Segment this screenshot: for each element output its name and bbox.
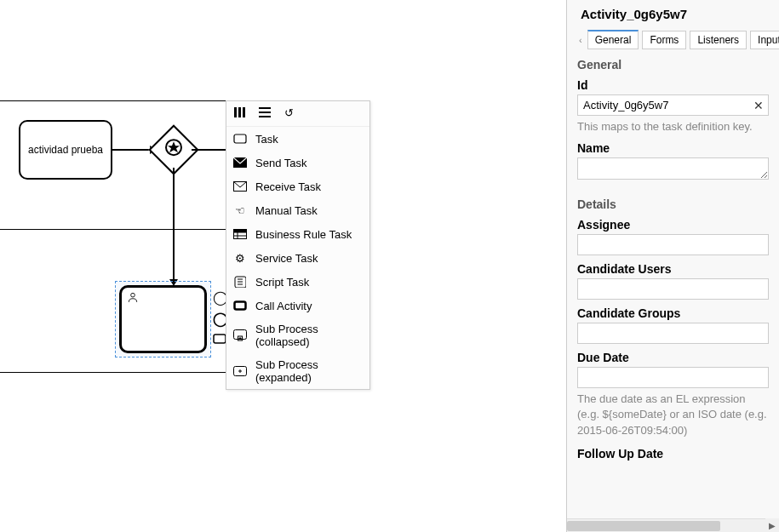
- subprocess-expanded-icon: [233, 364, 247, 378]
- panel-title: Activity_0g6y5w7: [577, 7, 769, 21]
- label-follow-up: Follow Up Date: [577, 447, 769, 460]
- menu-item-script-task[interactable]: Script Task: [226, 270, 369, 294]
- menu-item-receive-task[interactable]: Receive Task: [226, 174, 369, 198]
- svg-rect-18: [235, 302, 246, 310]
- hand-icon: ☜: [233, 203, 247, 217]
- menu-item-service-task[interactable]: ⚙ Service Task: [226, 246, 369, 270]
- section-details: Details: [577, 197, 769, 211]
- task-type-menu: ↺ Task Send Task Receive Task ☜ Manual T…: [226, 100, 370, 390]
- svg-point-2: [131, 293, 135, 297]
- menu-label: Service Task: [255, 252, 318, 265]
- label-name: Name: [577, 141, 769, 155]
- task-label: actividad prueba: [28, 144, 103, 156]
- clear-id-icon[interactable]: ✕: [753, 99, 764, 112]
- svg-rect-8: [259, 112, 271, 113]
- svg-rect-6: [243, 107, 245, 117]
- task-actividad-prueba[interactable]: actividad prueba: [19, 120, 112, 180]
- sequence-flow[interactable]: [112, 149, 152, 151]
- input-candidate-groups[interactable]: [577, 323, 769, 344]
- hint-id: This maps to the task definition key.: [577, 119, 769, 134]
- table-icon: [233, 227, 247, 241]
- menu-label: Manual Task: [255, 204, 318, 217]
- input-due-date[interactable]: [577, 367, 769, 388]
- menu-item-call-activity[interactable]: Call Activity: [226, 294, 369, 317]
- user-task-selected[interactable]: [119, 285, 207, 353]
- label-assignee: Assignee: [577, 218, 769, 232]
- menu-label: Send Task: [255, 157, 306, 169]
- lane-border: [0, 372, 226, 373]
- subprocess-collapsed-icon: [233, 329, 247, 342]
- lane-border: [0, 229, 226, 230]
- menu-label: Task: [255, 133, 278, 146]
- scrollbar-arrow-right-icon[interactable]: ▶: [765, 518, 779, 532]
- loop-icon[interactable]: ↺: [284, 106, 294, 121]
- input-id[interactable]: [577, 94, 769, 116]
- lane-border: [0, 100, 226, 101]
- tab-forms[interactable]: Forms: [642, 31, 686, 49]
- tabs-row: ‹ General Forms Listeners Input/O ›: [577, 30, 769, 49]
- properties-panel[interactable]: Activity_0g6y5w7 ‹ General Forms Listene…: [566, 0, 779, 532]
- svg-rect-4: [234, 107, 237, 117]
- svg-rect-9: [259, 116, 271, 117]
- label-id: Id: [577, 78, 769, 92]
- section-general: General: [577, 58, 769, 72]
- columns-icon[interactable]: [233, 106, 245, 121]
- tab-prev[interactable]: ‹: [577, 35, 584, 45]
- label-candidate-groups: Candidate Groups: [577, 306, 769, 320]
- tab-input-output[interactable]: Input/O: [750, 31, 779, 49]
- menu-item-business-rule-task[interactable]: Business Rule Task: [226, 222, 369, 246]
- sequence-flow[interactable]: [192, 149, 226, 151]
- tab-listeners[interactable]: Listeners: [690, 31, 747, 49]
- menu-label: Receive Task: [255, 180, 321, 193]
- script-icon: [233, 275, 247, 289]
- menu-item-task[interactable]: Task: [226, 127, 369, 151]
- menu-item-manual-task[interactable]: ☜ Manual Task: [226, 198, 369, 222]
- menu-label: Sub Process (expanded): [255, 358, 363, 384]
- user-icon: [127, 291, 139, 306]
- menu-label: Script Task: [255, 276, 309, 289]
- input-assignee[interactable]: [577, 234, 769, 255]
- label-candidate-users: Candidate Users: [577, 262, 769, 276]
- bpmn-canvas[interactable]: actividad prueba ◯: [0, 0, 566, 532]
- input-candidate-users[interactable]: [577, 278, 769, 300]
- svg-rect-17: [233, 229, 247, 232]
- sequence-flow[interactable]: [173, 168, 175, 281]
- menu-item-send-task[interactable]: Send Task: [226, 151, 369, 174]
- svg-rect-5: [238, 107, 241, 117]
- list-icon[interactable]: [259, 106, 271, 121]
- task-icon: [233, 132, 247, 146]
- input-name[interactable]: [577, 157, 769, 180]
- svg-rect-3: [214, 335, 226, 343]
- scrollbar-thumb[interactable]: [567, 521, 720, 531]
- svg-rect-10: [234, 134, 246, 143]
- menu-item-subprocess-collapsed[interactable]: Sub Process (collapsed): [226, 317, 369, 353]
- svg-rect-7: [259, 107, 271, 109]
- svg-marker-1: [168, 141, 180, 152]
- menu-label: Call Activity: [255, 300, 312, 312]
- envelope-filled-icon: [233, 156, 247, 169]
- tab-general[interactable]: General: [587, 30, 639, 49]
- menu-label: Business Rule Task: [255, 228, 352, 241]
- label-due-date: Due Date: [577, 351, 769, 364]
- horizontal-scrollbar[interactable]: [567, 518, 765, 532]
- menu-item-subprocess-expanded[interactable]: Sub Process (expanded): [226, 353, 369, 389]
- envelope-icon: [233, 180, 247, 193]
- gear-icon: ⚙: [233, 251, 247, 265]
- hint-due-date: The due date as an EL expression (e.g. $…: [577, 392, 769, 438]
- thick-rect-icon: [233, 299, 247, 312]
- menu-label: Sub Process (collapsed): [255, 323, 363, 348]
